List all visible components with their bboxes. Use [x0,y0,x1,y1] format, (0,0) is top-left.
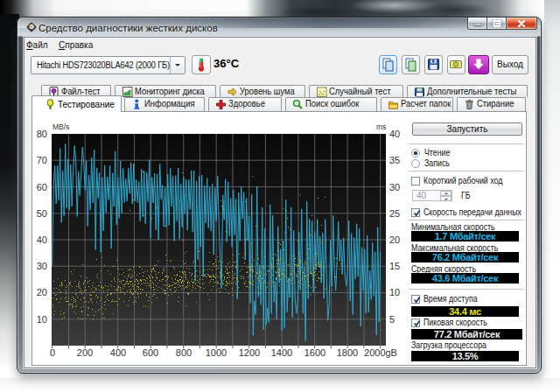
svg-text:1600: 1600 [304,347,326,358]
svg-text:10: 10 [37,314,47,325]
svg-text:2000gB: 2000gB [364,347,397,358]
svg-text:70: 70 [37,155,47,165]
svg-text:30: 30 [37,261,47,271]
svg-text:1200: 1200 [239,347,260,358]
svg-text:80: 80 [37,129,47,139]
svg-text:ms: ms [376,122,386,131]
svg-text:MB/s: MB/s [52,122,69,131]
svg-text:200: 200 [77,347,93,358]
svg-text:35: 35 [389,155,400,165]
svg-text:60: 60 [37,182,47,192]
svg-text:400: 400 [110,347,126,358]
svg-text:10: 10 [389,287,400,298]
svg-text:800: 800 [176,347,192,358]
svg-text:25: 25 [389,208,400,219]
svg-text:20: 20 [37,287,47,298]
svg-text:1400: 1400 [271,347,292,358]
svg-text:0: 0 [50,347,55,358]
svg-text:30: 30 [389,182,400,192]
svg-text:50: 50 [37,208,47,219]
svg-text:20: 20 [389,234,400,245]
svg-text:5: 5 [389,314,395,325]
svg-text:1000: 1000 [206,347,227,358]
svg-text:40: 40 [37,234,47,245]
svg-text:1800: 1800 [337,347,358,358]
svg-text:40: 40 [389,129,400,139]
svg-text:600: 600 [143,347,158,358]
svg-text:15: 15 [389,261,400,271]
